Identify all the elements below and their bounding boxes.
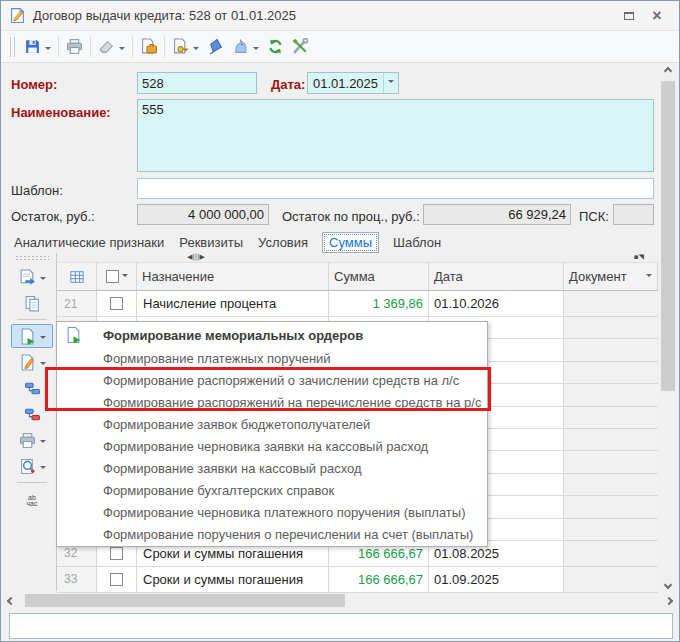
name-textarea[interactable] [137,99,654,172]
menu-item[interactable]: Формирование мемориальных ордеров [57,323,487,347]
menu-item[interactable]: Формирование распоряжений о зачислении с… [57,369,487,391]
column-splitter-strip[interactable]: ◀|||▶ ▪◥ [57,253,658,263]
row-sum-cell: 166 666,67 [329,567,429,592]
export-icon [19,269,36,286]
menu-item[interactable]: Формирование поручения о перечислении на… [57,523,487,545]
preview-button[interactable] [11,454,53,478]
refresh-button[interactable] [263,34,288,60]
column-header-sum[interactable]: Сумма [329,263,429,290]
menu-item[interactable]: Формирование заявки на кассовый расход [57,457,487,479]
vertical-scrollbar[interactable] [660,63,676,593]
preview-icon [19,458,36,475]
printer-icon [19,432,36,449]
row-checkbox[interactable] [110,547,123,560]
scroll-up-button[interactable] [660,63,676,79]
menu-item[interactable]: Формирование черновика платежного поруче… [57,501,487,523]
knight-dropdown-icon[interactable] [253,47,259,53]
row-number: 33 [57,567,97,592]
clear-dropdown-icon[interactable] [119,47,125,53]
template-input[interactable] [137,178,654,199]
select-dropdown-icon[interactable] [122,274,128,280]
horizontal-scroll-thumb[interactable] [25,594,345,607]
date-label: Дата: [271,77,305,92]
clear-button[interactable] [94,34,129,60]
tab-conditions[interactable]: Условия [257,233,309,252]
psk-label: ПСК: [579,209,609,224]
signature-button[interactable] [168,34,203,60]
save-button[interactable] [20,34,55,60]
print-button[interactable] [62,34,87,60]
horizontal-scrollbar[interactable] [3,593,677,608]
knight-button[interactable] [228,34,263,60]
preview-dropdown-icon[interactable] [40,466,46,472]
copy-button[interactable] [11,291,53,315]
number-input[interactable] [137,72,257,94]
row-checkbox[interactable] [110,297,123,310]
edit-button[interactable] [11,350,53,374]
header-grid-cell[interactable] [57,263,97,290]
date-combobox[interactable]: 01.01.2025 [307,72,399,94]
print-dropdown-icon[interactable] [40,440,46,446]
tab-bar: Аналитические признаки Реквизиты Условия… [13,231,442,253]
document-edit-icon [9,7,26,24]
menu-item[interactable]: Формирование черновика заявки на кассовы… [57,435,487,457]
menu-item[interactable]: Формирование бухгалтерских справок [57,479,487,501]
scroll-down-button[interactable] [660,577,676,593]
vertical-scroll-thumb[interactable] [661,81,675,391]
settings-button[interactable] [288,34,313,60]
column-header-doc[interactable]: Документ [564,263,658,290]
print-list-button[interactable] [11,428,53,452]
menu-item-label: Формирование мемориальных ордеров [103,328,363,343]
table-row[interactable]: 21 Начисление процента 1 369,86 01.10.20… [57,291,658,317]
template-label: Шаблон: [11,183,63,198]
column-header-name[interactable]: Назначение [137,263,329,290]
export-dropdown-icon[interactable] [40,277,46,283]
maximize-button[interactable] [615,5,643,27]
tab-requisites[interactable]: Реквизиты [178,233,244,252]
replace-text-button[interactable]: abчас [11,487,53,511]
row-checkbox[interactable] [110,573,123,586]
row-doc-cell [564,339,658,360]
save-dropdown-icon[interactable] [45,47,51,53]
tab-template[interactable]: Шаблон [392,233,442,252]
scroll-right-button[interactable] [661,593,677,608]
toolbar-grip[interactable] [10,37,15,57]
row-checkbox-cell[interactable] [97,567,137,592]
attachments-icon [140,38,157,55]
add-linked-button[interactable] [11,376,53,400]
row-doc-cell [564,451,658,472]
balance-field: 4 000 000,00 [137,204,269,225]
tab-analytic-features[interactable]: Аналитические признаки [13,233,165,252]
row-sum-cell: 1 369,86 [329,291,429,316]
header-select-all[interactable] [97,263,137,290]
splitter-grip-icon[interactable]: ◀|||▶ [187,253,205,261]
window: Договор выдачи кредита: 528 от 01.01.202… [0,0,680,642]
row-date-cell: 01.09.2025 [429,567,564,592]
menu-item[interactable]: Формирование распоряжений на перечислени… [57,391,487,413]
signature-dropdown-icon[interactable] [193,47,199,53]
select-all-checkbox[interactable] [106,270,119,283]
print-icon [66,38,83,55]
generate-dropdown-icon[interactable] [40,336,46,342]
row-doc-cell [564,519,658,540]
filter-dropdown-icon[interactable] [646,274,652,280]
row-checkbox-cell[interactable] [97,291,137,316]
edit-icon [19,354,36,371]
menu-item[interactable]: Формирование заявок бюджетополучателей [57,413,487,435]
export-button[interactable] [11,265,53,289]
edit-dropdown-icon[interactable] [40,362,46,368]
column-header-date[interactable]: Дата [429,263,564,290]
attachments-button[interactable] [136,34,161,60]
tab-sums[interactable]: Суммы [322,232,379,253]
scroll-left-button[interactable] [3,593,19,608]
strip-grip[interactable] [15,255,49,261]
knight-icon [232,38,249,55]
save-icon [24,38,41,55]
menu-item[interactable]: Формирование платежных поручений [57,347,487,369]
close-button[interactable]: × [643,5,671,27]
table-row[interactable]: 33 Сроки и суммы погашения 166 666,67 01… [57,567,658,593]
generate-documents-button[interactable] [11,324,53,348]
remove-linked-button[interactable] [11,402,53,426]
dart-button[interactable] [203,34,228,60]
date-dropdown-button[interactable] [383,73,398,93]
